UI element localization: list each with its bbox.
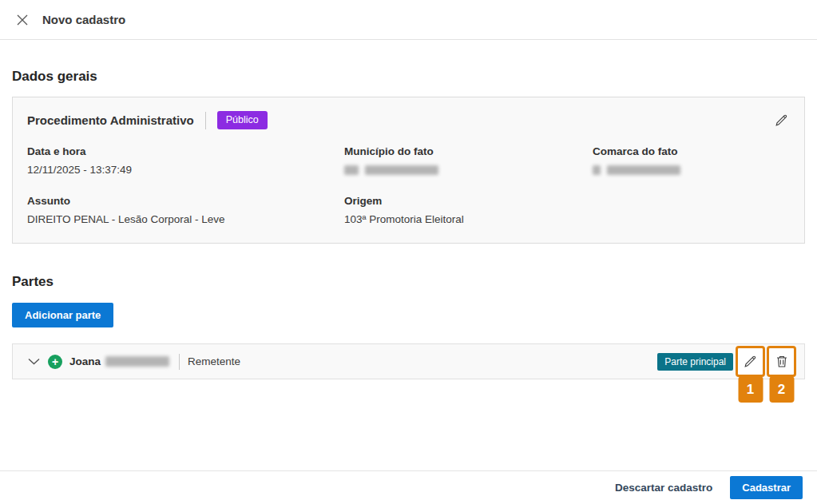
redacted-value: [344, 165, 359, 175]
plus-circle-icon: +: [48, 355, 62, 369]
visibility-badge: Público: [217, 111, 268, 129]
delete-party-button[interactable]: [774, 353, 790, 370]
procedure-type-label: Procedimento Administrativo: [27, 113, 194, 127]
field-label: Assunto: [27, 195, 344, 207]
submit-button[interactable]: Cadastrar: [730, 476, 803, 499]
field-value-redacted: [593, 164, 790, 176]
som-mark-2-label: 2: [769, 376, 794, 403]
party-actions: 1 2: [736, 346, 796, 377]
trash-icon: [775, 355, 788, 368]
dialog-header: Novo cadastro: [0, 0, 817, 40]
field-value: DIREITO PENAL - Lesão Corporal - Leve: [27, 213, 344, 225]
card-header: Procedimento Administrativo Público: [27, 111, 790, 129]
pencil-icon: [775, 113, 788, 127]
edit-party-button[interactable]: [742, 353, 759, 370]
som-mark-1-label: 1: [738, 376, 763, 403]
dialog-footer: Descartar cadastro Cadastrar: [0, 470, 817, 504]
party-name: Joana: [69, 355, 173, 367]
field-assunto: Assunto DIREITO PENAL - Lesão Corporal -…: [27, 195, 344, 225]
vertical-divider: [179, 354, 180, 370]
field-comarca: Comarca do fato: [593, 145, 790, 176]
add-party-button[interactable]: Adicionar parte: [12, 303, 113, 327]
main-party-badge: Parte principal: [657, 353, 733, 371]
field-data-e-hora: Data e hora 12/11/2025 - 13:37:49: [27, 145, 344, 176]
field-municipio: Município do fato: [344, 145, 593, 176]
som-mark-2: 2: [767, 346, 796, 377]
edit-dados-gerais-button[interactable]: [773, 112, 790, 129]
party-role: Remetente: [188, 355, 240, 367]
fields-grid: Data e hora 12/11/2025 - 13:37:49 Municí…: [27, 145, 790, 225]
section-title-dados-gerais: Dados gerais: [12, 69, 805, 85]
main-content: Dados gerais Procedimento Administrativo…: [0, 69, 817, 379]
redacted-surname: [105, 356, 169, 367]
redacted-value: [607, 165, 680, 175]
party-first-name: Joana: [69, 355, 101, 367]
pencil-icon: [744, 355, 757, 368]
field-label: Comarca do fato: [593, 145, 790, 157]
redacted-value: [593, 165, 601, 175]
redacted-value: [365, 165, 438, 175]
party-row: + Joana Remetente Parte principal 1: [12, 343, 805, 379]
field-label: Município do fato: [344, 145, 593, 157]
som-mark-1: 1: [736, 346, 765, 377]
field-origem: Origem 103ª Promotoria Eleitoral: [344, 195, 593, 225]
section-title-partes: Partes: [12, 274, 805, 290]
vertical-divider: [205, 112, 206, 129]
field-value: 103ª Promotoria Eleitoral: [344, 213, 593, 225]
field-label: Data e hora: [27, 145, 344, 157]
discard-button[interactable]: Descartar cadastro: [615, 482, 712, 494]
field-value: 12/11/2025 - 13:37:49: [27, 164, 344, 176]
chevron-down-icon[interactable]: [26, 356, 42, 367]
field-value-redacted: [344, 164, 593, 176]
close-icon[interactable]: [14, 12, 30, 28]
page-title: Novo cadastro: [42, 13, 125, 26]
dados-gerais-card: Procedimento Administrativo Público Data…: [12, 97, 805, 244]
field-label: Origem: [344, 195, 593, 207]
